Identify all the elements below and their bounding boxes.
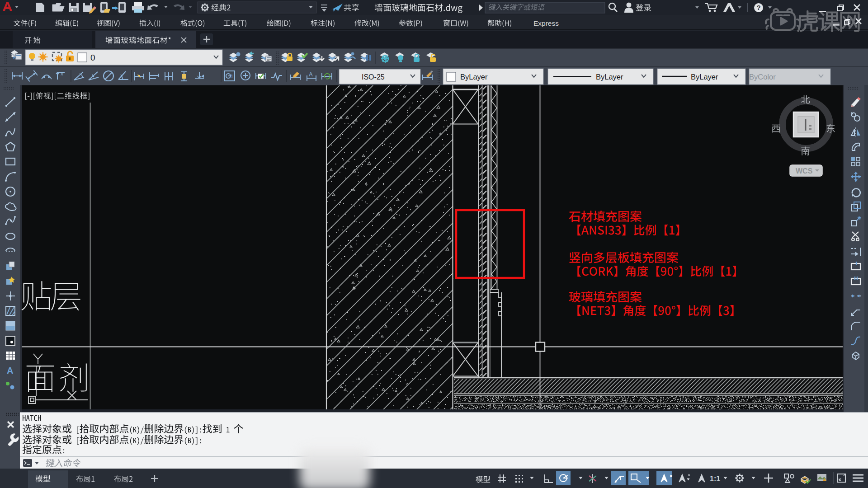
svg-text:ByLayer: ByLayer: [691, 73, 718, 81]
svg-text:1:1: 1:1: [710, 475, 720, 483]
svg-text:X: X: [61, 72, 63, 76]
svg-text:ByColor: ByColor: [749, 73, 776, 81]
svg-text:WCS: WCS: [796, 167, 813, 175]
svg-text:ByLayer: ByLayer: [596, 73, 623, 81]
svg-text:A: A: [7, 366, 13, 375]
svg-text:1: 1: [231, 74, 233, 79]
svg-text:ISO-25: ISO-25: [362, 73, 385, 81]
svg-text:ByLayer: ByLayer: [460, 73, 488, 81]
svg-text:!: !: [824, 478, 825, 481]
svg-text:A: A: [309, 71, 313, 78]
